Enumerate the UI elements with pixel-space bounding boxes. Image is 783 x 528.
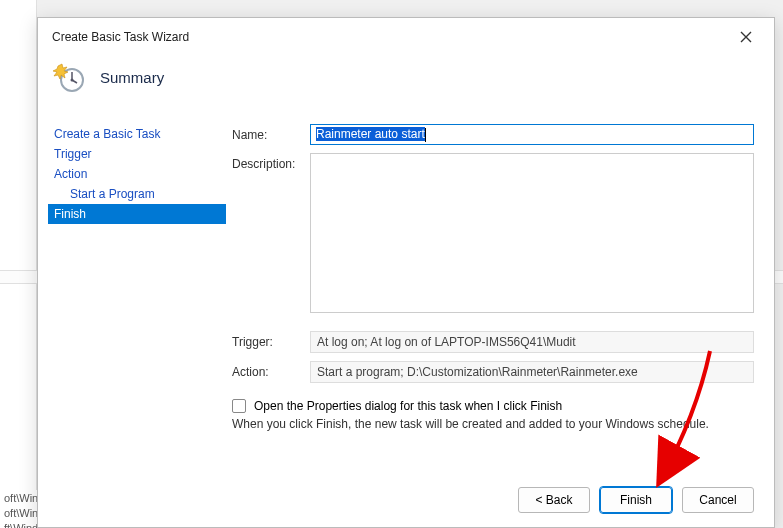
- step-finish[interactable]: Finish: [48, 204, 226, 224]
- name-label: Name:: [232, 124, 310, 142]
- cancel-button[interactable]: Cancel: [682, 487, 754, 513]
- back-button[interactable]: < Back: [518, 487, 590, 513]
- name-selected-text: Rainmeter auto start: [316, 127, 425, 141]
- close-button[interactable]: [728, 24, 764, 50]
- wizard-icon: [52, 60, 86, 94]
- step-create-basic-task[interactable]: Create a Basic Task: [52, 124, 226, 144]
- action-label: Action:: [232, 361, 310, 379]
- titlebar: Create Basic Task Wizard: [38, 18, 774, 54]
- description-textarea[interactable]: [310, 153, 754, 313]
- name-input[interactable]: Rainmeter auto start: [310, 124, 754, 145]
- window-title: Create Basic Task Wizard: [52, 30, 189, 44]
- step-start-a-program[interactable]: Start a Program: [52, 184, 226, 204]
- step-trigger[interactable]: Trigger: [52, 144, 226, 164]
- wizard-steps: Create a Basic Task Trigger Action Start…: [38, 110, 226, 477]
- open-properties-checkbox[interactable]: [232, 399, 246, 413]
- finish-button[interactable]: Finish: [600, 487, 672, 513]
- wizard-header: Summary: [38, 54, 774, 110]
- text-caret: [425, 128, 426, 142]
- wizard-dialog: Create Basic Task Wizard Summary Create …: [37, 17, 775, 528]
- open-properties-label: Open the Properties dialog for this task…: [254, 399, 562, 413]
- wizard-heading: Summary: [100, 69, 164, 86]
- action-value: Start a program; D:\Customization\Rainme…: [310, 361, 754, 383]
- wizard-main: Name: Rainmeter auto start Description: …: [226, 110, 774, 477]
- button-row: < Back Finish Cancel: [38, 477, 774, 527]
- wizard-body: Create a Basic Task Trigger Action Start…: [38, 110, 774, 477]
- trigger-value: At log on; At log on of LAPTOP-IMS56Q41\…: [310, 331, 754, 353]
- step-action[interactable]: Action: [52, 164, 226, 184]
- open-properties-row[interactable]: Open the Properties dialog for this task…: [232, 399, 754, 413]
- background-panel: [0, 0, 37, 528]
- finish-note: When you click Finish, the new task will…: [232, 417, 754, 431]
- trigger-label: Trigger:: [232, 331, 310, 349]
- close-icon: [740, 31, 752, 43]
- description-label: Description:: [232, 153, 310, 171]
